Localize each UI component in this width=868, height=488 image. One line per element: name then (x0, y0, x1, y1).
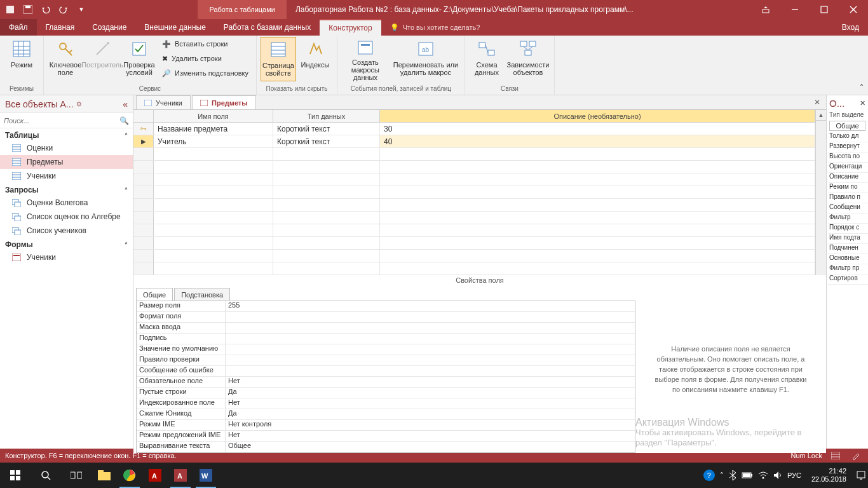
nav-search-input[interactable] (4, 117, 119, 125)
field-property-row[interactable]: Сжатие ЮникодДа (137, 409, 635, 420)
tab-home[interactable]: Главная (37, 19, 84, 36)
property-value[interactable] (226, 312, 635, 322)
fp-tab-general[interactable]: Общие (136, 288, 173, 301)
property-sheet-list[interactable]: Только длРазвернутВысота поОриентациОпис… (828, 132, 868, 285)
property-value[interactable] (226, 334, 635, 344)
field-properties-grid[interactable]: Размер поля255Формат поляМаска вводаПодп… (136, 301, 635, 453)
design-row[interactable] (133, 212, 815, 224)
design-row[interactable] (133, 262, 815, 275)
property-sheet-row[interactable]: Имя подта (828, 234, 868, 244)
field-property-row[interactable]: Значение по умолчанию (137, 344, 635, 355)
tray-bluetooth-icon[interactable] (729, 470, 736, 480)
property-sheet-row[interactable]: Развернут (828, 142, 868, 152)
insert-rows-button[interactable]: ➕Вставить строки (158, 37, 252, 51)
nav-group-queries[interactable]: Запросы (5, 186, 39, 194)
field-property-row[interactable]: Правило проверки (137, 355, 635, 366)
datasheet-view-icon[interactable] (829, 450, 843, 461)
field-property-row[interactable]: Режим предложений IMEНет (137, 431, 635, 442)
property-sheet-row[interactable]: Сортиров (828, 274, 868, 285)
field-property-row[interactable]: Сообщение об ошибке (137, 366, 635, 377)
taskbar-app-acrobat[interactable]: A (142, 463, 168, 488)
property-value[interactable] (226, 366, 635, 376)
field-property-row[interactable]: Размер поля255 (137, 301, 635, 312)
chevron-up-icon[interactable]: ˄ (125, 187, 128, 194)
design-grid[interactable]: Имя поля Тип данных Описание (необязател… (133, 110, 815, 275)
tab-design[interactable]: Конструктор (320, 19, 381, 36)
delete-rows-button[interactable]: ✖Удалить строки (158, 51, 252, 65)
design-row[interactable] (133, 250, 815, 262)
tab-database-tools[interactable]: Работа с базами данных (215, 19, 320, 36)
redo-icon[interactable] (56, 2, 71, 17)
design-row[interactable] (133, 199, 815, 212)
cell-description[interactable]: 40 (380, 135, 815, 147)
property-value[interactable] (226, 355, 635, 365)
tray-battery-icon[interactable] (742, 471, 753, 479)
cell-description[interactable]: 30 (380, 123, 815, 135)
indexes-button[interactable]: Индексы (297, 37, 333, 81)
minimize-button[interactable] (780, 0, 810, 19)
taskbar-app-access[interactable]: A (168, 463, 193, 488)
fp-tab-lookup[interactable]: Подстановка (174, 288, 230, 301)
property-sheet-tab[interactable]: Общие (829, 121, 865, 131)
field-property-row[interactable]: Пустые строкиДа (137, 388, 635, 398)
property-value[interactable]: Общее (226, 442, 635, 452)
property-value[interactable] (226, 344, 635, 355)
property-sheet-row[interactable]: Подчинен (828, 244, 868, 254)
document-tab[interactable]: Ученики (136, 95, 191, 109)
field-property-row[interactable]: Маска ввода (137, 323, 635, 334)
document-tab[interactable]: Предметы (192, 95, 256, 109)
property-sheet-row[interactable]: Режим по (828, 183, 868, 193)
view-button[interactable]: Режим (4, 37, 39, 81)
property-sheet-row[interactable]: Фильтр пр (828, 264, 868, 274)
nav-filter-icon[interactable]: ⊙ (76, 100, 81, 107)
tray-chevron-up-icon[interactable]: ˄ (720, 471, 724, 480)
nav-group-tables[interactable]: Таблицы (5, 131, 39, 140)
field-property-row[interactable]: Обязательное полеНет (137, 377, 635, 388)
rename-delete-macro-button[interactable]: ab Переименовать или удалить макрос (391, 37, 461, 81)
start-button[interactable] (0, 463, 31, 488)
column-description[interactable]: Описание (необязательно) (380, 110, 815, 122)
tab-create[interactable]: Создание (83, 19, 135, 36)
ribbon-display-options-icon[interactable] (751, 0, 780, 19)
property-value[interactable]: Да (226, 388, 635, 398)
tell-me-search[interactable]: 💡 Что вы хотите сделать? (381, 19, 489, 36)
validation-button[interactable]: Проверка условий (121, 37, 157, 81)
cell-data-type[interactable]: Короткий текст (273, 135, 380, 147)
chevron-up-icon[interactable]: ˄ (125, 241, 128, 248)
collapse-ribbon-icon[interactable]: ˄ (855, 36, 868, 95)
create-data-macros-button[interactable]: Создать макросы данных (341, 37, 390, 81)
taskbar-app-explorer[interactable] (92, 463, 117, 488)
nav-item-query[interactable]: Оценки Волегова (0, 196, 133, 210)
design-row[interactable] (133, 161, 815, 173)
cell-data-type[interactable]: Короткий текст (273, 123, 380, 135)
column-field-name[interactable]: Имя поля (154, 110, 273, 122)
nav-item-query[interactable]: Список оценок по Алгебре (0, 210, 133, 224)
close-button[interactable] (839, 0, 868, 19)
nav-item-table[interactable]: Ученики (0, 169, 133, 183)
tray-wifi-icon[interactable] (758, 471, 768, 479)
property-value[interactable] (226, 323, 635, 333)
modify-lookup-button[interactable]: 🔎Изменить подстановку (158, 66, 252, 80)
nav-item-table[interactable]: Оценки (0, 141, 133, 155)
property-sheet-row[interactable]: Правило п (828, 193, 868, 203)
object-dependencies-button[interactable]: Зависимости объектов (506, 37, 550, 81)
property-value[interactable]: Нет (226, 431, 635, 441)
nav-collapse-icon[interactable]: « (123, 99, 128, 109)
design-row[interactable]: ▶ Учитель Короткий текст 40 (133, 135, 815, 148)
relationships-button[interactable]: Схема данных (469, 37, 505, 81)
save-icon[interactable] (20, 2, 36, 17)
tray-volume-icon[interactable] (773, 471, 782, 480)
undo-icon[interactable] (38, 2, 53, 17)
property-value[interactable]: Нет (226, 377, 635, 387)
scroll-up-icon[interactable]: ▲ (816, 110, 826, 121)
property-sheet-row[interactable]: Только дл (828, 132, 868, 142)
chevron-up-icon[interactable]: ˄ (125, 132, 128, 139)
design-row[interactable] (133, 224, 815, 237)
property-value[interactable]: 255 (226, 301, 635, 311)
property-value[interactable]: Нет (226, 398, 635, 409)
property-sheet-row[interactable]: Фильтр (828, 214, 868, 224)
property-sheet-row[interactable]: Основные (828, 254, 868, 264)
tray-clock[interactable]: 21:42 22.05.2018 (806, 467, 851, 484)
design-row[interactable] (133, 237, 815, 250)
nav-item-table[interactable]: Предметы (0, 155, 133, 169)
